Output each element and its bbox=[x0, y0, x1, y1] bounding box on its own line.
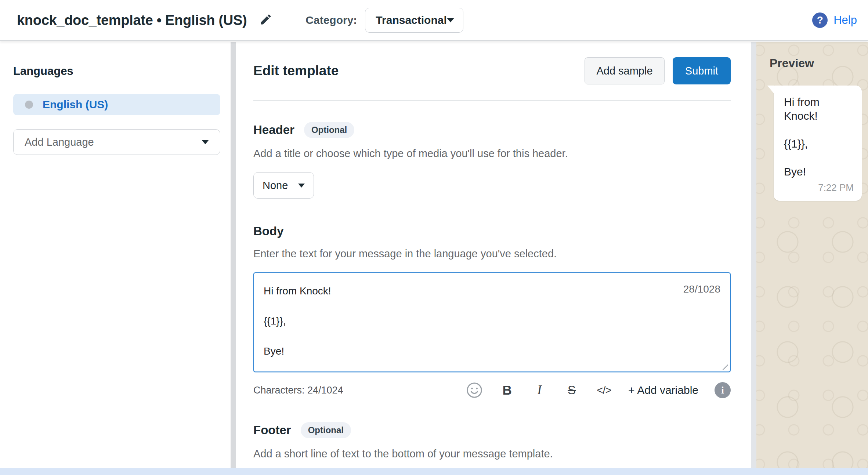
optional-badge: Optional bbox=[304, 122, 354, 138]
smiley-icon bbox=[466, 382, 483, 399]
optional-badge: Optional bbox=[301, 422, 351, 438]
chevron-down-icon bbox=[447, 18, 454, 22]
info-icon[interactable]: i bbox=[715, 382, 731, 398]
language-label: English (US) bbox=[43, 98, 108, 111]
add-sample-button[interactable]: Add sample bbox=[585, 57, 665, 84]
status-dot-icon bbox=[25, 101, 33, 109]
edit-template-panel: Edit template Add sample Submit Header O… bbox=[236, 42, 751, 468]
submit-button[interactable]: Submit bbox=[673, 57, 731, 84]
help-link[interactable]: ? Help bbox=[812, 12, 857, 28]
preview-message-text: Hi from Knock! {{1}}, Bye! bbox=[784, 95, 853, 179]
question-circle-icon: ? bbox=[812, 12, 828, 28]
help-label: Help bbox=[833, 14, 857, 27]
page-title: Edit template bbox=[253, 63, 339, 79]
topbar: knock_doc_template • English (US) Catego… bbox=[0, 0, 868, 41]
message-bubble: Hi from Knock! {{1}}, Bye! 7:22 PM bbox=[774, 86, 862, 201]
bold-button[interactable]: B bbox=[499, 381, 515, 399]
footer-section: Footer Optional Add a short line of text… bbox=[253, 422, 731, 468]
sidebar-divider bbox=[231, 42, 236, 468]
chevron-down-icon bbox=[298, 184, 305, 188]
header-section-description: Add a title or choose which type of medi… bbox=[253, 148, 731, 160]
resize-handle[interactable] bbox=[720, 362, 728, 370]
edit-actions: Add sample Submit bbox=[585, 57, 731, 84]
body-section: Body Enter the text for your message in … bbox=[253, 224, 731, 399]
message-timestamp: 7:22 PM bbox=[818, 182, 854, 193]
chevron-down-icon bbox=[202, 140, 209, 144]
body-textarea[interactable]: Hi from Knock! {{1}}, Bye! 28/1028 bbox=[253, 272, 731, 372]
pencil-icon bbox=[259, 13, 272, 28]
footer-section-title: Footer bbox=[253, 423, 291, 437]
code-button[interactable]: </> bbox=[596, 381, 612, 399]
emoji-button[interactable] bbox=[466, 381, 483, 399]
divider bbox=[253, 100, 731, 101]
preview-panel: Preview Hi from Knock! {{1}}, Bye! 7:22 … bbox=[756, 42, 868, 468]
body-char-counter: 28/1028 bbox=[683, 283, 720, 295]
add-language-select[interactable]: Add Language bbox=[13, 129, 220, 155]
body-text-value: Hi from Knock! {{1}}, Bye! bbox=[264, 283, 657, 359]
strikethrough-button[interactable]: S bbox=[564, 381, 580, 399]
category-value: Transactional bbox=[376, 14, 446, 26]
category-label: Category: bbox=[305, 14, 357, 26]
edit-title-button[interactable] bbox=[259, 13, 272, 28]
template-title: knock_doc_template • English (US) bbox=[17, 12, 247, 28]
body-toolbar: Characters: 24/1024 B I S </> + A bbox=[253, 381, 731, 399]
bottom-strip bbox=[0, 468, 868, 475]
body-section-description: Enter the text for your message in the l… bbox=[253, 248, 731, 260]
add-language-placeholder: Add Language bbox=[25, 136, 94, 148]
category-group: Category: Transactional bbox=[305, 8, 463, 33]
bubble-tail bbox=[767, 86, 774, 94]
category-select[interactable]: Transactional bbox=[365, 8, 463, 33]
template-editor-app: knock_doc_template • English (US) Catego… bbox=[0, 0, 868, 475]
sidebar-item-english-us[interactable]: English (US) bbox=[13, 94, 220, 115]
header-section-title: Header bbox=[253, 123, 294, 137]
add-variable-button[interactable]: + Add variable bbox=[628, 381, 698, 399]
preview-heading: Preview bbox=[770, 57, 868, 70]
main-scrollbar[interactable] bbox=[751, 42, 756, 468]
header-type-select[interactable]: None bbox=[253, 172, 314, 199]
header-section: Header Optional Add a title or choose wh… bbox=[253, 122, 731, 199]
characters-count-label: Characters: 24/1024 bbox=[253, 385, 343, 396]
languages-sidebar: Languages English (US) Add Language bbox=[0, 42, 231, 468]
footer-section-description: Add a short line of text to the bottom o… bbox=[253, 448, 731, 460]
edit-template-header: Edit template Add sample Submit bbox=[253, 57, 731, 84]
header-type-value: None bbox=[263, 180, 288, 192]
languages-heading: Languages bbox=[13, 65, 231, 78]
italic-button[interactable]: I bbox=[531, 381, 547, 399]
body-section-title: Body bbox=[253, 224, 284, 238]
